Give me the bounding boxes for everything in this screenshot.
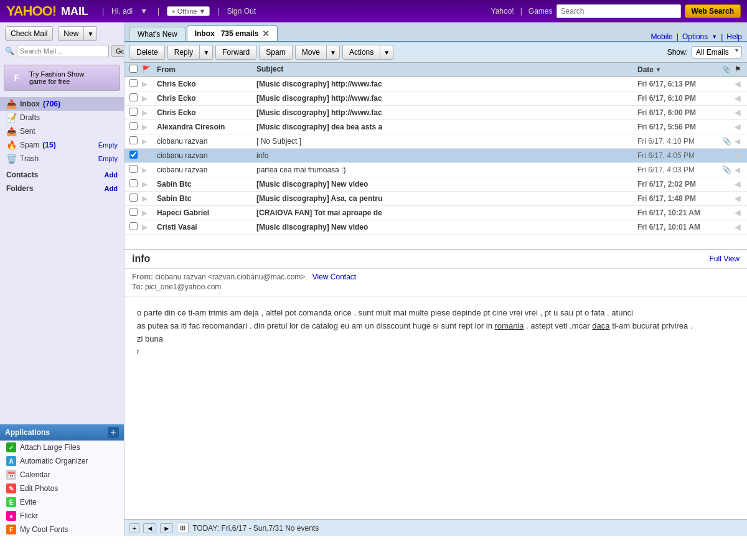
- delete-button[interactable]: Delete: [129, 45, 165, 60]
- email-row[interactable]: ▶ Chris Ecko [Music discography] http://…: [125, 106, 747, 120]
- col-from-header[interactable]: From: [154, 65, 254, 75]
- email-row[interactable]: ▶ Chris Ecko [Music discography] http://…: [125, 77, 747, 91]
- email-checkbox-1[interactable]: [125, 93, 142, 103]
- mobile-link[interactable]: Mobile: [651, 32, 672, 41]
- tab-whats-new-label: What's New: [138, 30, 177, 39]
- folder-item-inbox[interactable]: 📥 Inbox (706): [0, 97, 124, 111]
- tab-inbox[interactable]: Inbox 735 emails ✕: [187, 26, 278, 41]
- row-checkbox-4[interactable]: [129, 136, 138, 144]
- row-checkbox-6[interactable]: [129, 165, 138, 173]
- email-row[interactable]: ▶ Hapeci Gabriel [CRAIOVA FAN] Tot mai a…: [125, 206, 747, 220]
- flag-3: ▶: [142, 123, 147, 131]
- search-input[interactable]: [557, 4, 681, 18]
- email-row[interactable]: ▶ ciobanu razvan [ No Subject ] Fri 6/17…: [125, 134, 747, 149]
- email-checkbox-0[interactable]: [125, 79, 142, 89]
- email-flag-2: ▶: [142, 108, 154, 117]
- mail-search-go-button[interactable]: Go: [111, 45, 125, 57]
- show-select[interactable]: All Emails: [692, 46, 742, 58]
- contacts-add-link[interactable]: Add: [105, 171, 118, 179]
- calendar-view-button[interactable]: ⊞: [177, 523, 189, 533]
- check-mail-button[interactable]: Check Mail: [5, 26, 53, 41]
- app-item-3[interactable]: ✎ Edit Photos: [0, 482, 124, 495]
- forward-button[interactable]: Forward: [215, 45, 256, 60]
- email-checkbox-3[interactable]: [125, 122, 142, 132]
- offline-button[interactable]: ● Offline ▼: [167, 6, 210, 16]
- email-checkbox-7[interactable]: [125, 179, 142, 189]
- new-button-arrow[interactable]: ▼: [84, 26, 97, 41]
- folder-item-sent[interactable]: 📤 Sent: [0, 124, 124, 138]
- app-item-5[interactable]: ● Flickr: [0, 509, 124, 523]
- folder-label-drafts: Drafts: [20, 113, 40, 122]
- email-checkbox-6[interactable]: [125, 165, 142, 175]
- folder-item-spam[interactable]: 🔥 Spam (15) Empty: [0, 138, 124, 152]
- folder-empty-trash[interactable]: Empty: [98, 155, 118, 162]
- calendar-add-button[interactable]: +: [129, 523, 139, 533]
- email-checkbox-8[interactable]: [125, 194, 142, 203]
- row-checkbox-3[interactable]: [129, 122, 138, 130]
- folder-item-drafts[interactable]: 📝 Drafts: [0, 111, 124, 124]
- full-view-link[interactable]: Full View: [710, 254, 740, 263]
- row-checkbox-7[interactable]: [129, 179, 138, 187]
- col-subject-header[interactable]: Subject: [254, 65, 635, 75]
- row-checkbox-1[interactable]: [129, 93, 138, 101]
- web-search-button[interactable]: Web Search: [685, 4, 741, 18]
- options-link[interactable]: Options: [682, 32, 708, 41]
- app-item-2[interactable]: 📅 Calendar: [0, 468, 124, 482]
- calendar-next-button[interactable]: ►: [160, 523, 173, 533]
- select-all-checkbox[interactable]: [129, 65, 138, 73]
- app-item-6[interactable]: F My Cool Fonts: [0, 523, 124, 536]
- row-checkbox-0[interactable]: [129, 79, 138, 87]
- email-subject-10: [Music discography] New video: [254, 223, 635, 231]
- games-link[interactable]: Games: [529, 7, 553, 16]
- folder-item-trash[interactable]: 🗑️ Trash Empty: [0, 152, 124, 166]
- signout-link[interactable]: Sign Out: [227, 7, 256, 16]
- row-checkbox-2[interactable]: [129, 108, 138, 116]
- spam-button[interactable]: Spam: [259, 45, 292, 60]
- email-row[interactable]: ▶ Sabin Btc [Music discography] Asa, ca …: [125, 192, 747, 206]
- col-date-header[interactable]: Date ▼: [635, 65, 722, 75]
- help-link[interactable]: Help: [726, 32, 742, 41]
- email-checkbox-9[interactable]: [125, 208, 142, 218]
- email-checkbox-5[interactable]: [125, 151, 142, 161]
- email-row[interactable]: ▶ Cristi Vasai [Music discography] New v…: [125, 220, 747, 235]
- email-row[interactable]: ▶ ciobanu razvan partea cea mai frumoasa…: [125, 163, 747, 177]
- folder-empty-spam[interactable]: Empty: [98, 141, 118, 149]
- email-checkbox-10[interactable]: [125, 222, 142, 232]
- reply-arrow[interactable]: ▼: [200, 45, 213, 60]
- email-row[interactable]: ▶ Sabin Btc [Music discography] New vide…: [125, 177, 747, 192]
- email-checkbox-4[interactable]: [125, 136, 142, 146]
- view-contact-link[interactable]: View Contact: [312, 273, 356, 281]
- email-action-7: ◀: [735, 180, 747, 189]
- reply-button[interactable]: Reply: [167, 45, 200, 60]
- body-link-romania[interactable]: romania: [495, 321, 524, 330]
- email-row[interactable]: ▶ Alexandra Ciresoin [Music discography]…: [125, 120, 747, 134]
- move-button[interactable]: Move: [295, 45, 327, 60]
- folders-add-link[interactable]: Add: [105, 185, 118, 192]
- mail-search-input[interactable]: [17, 45, 109, 57]
- body-link-daca[interactable]: daca: [592, 321, 609, 330]
- email-row[interactable]: ▶ Chris Ecko [Music discography] http://…: [125, 91, 747, 106]
- email-flag-5: ▶: [142, 151, 154, 160]
- tab-whats-new[interactable]: What's New: [129, 27, 186, 41]
- app-item-1[interactable]: A Automatic Organizer: [0, 454, 124, 468]
- app-item-4[interactable]: E Evite: [0, 495, 124, 509]
- row-checkbox-9[interactable]: [129, 208, 138, 216]
- email-checkbox-2[interactable]: [125, 108, 142, 118]
- move-arrow[interactable]: ▼: [327, 45, 340, 60]
- app-item-0[interactable]: ✓ Attach Large Files: [0, 441, 124, 454]
- tab-inbox-close[interactable]: ✕: [262, 29, 270, 39]
- row-checkbox-10[interactable]: [129, 222, 138, 230]
- yahoo-link[interactable]: Yahoo!: [491, 7, 514, 16]
- topbar-separator-3: |: [157, 7, 159, 16]
- actions-icon: ⚑: [735, 65, 741, 73]
- apps-add-button[interactable]: +: [108, 427, 119, 438]
- actions-button[interactable]: Actions: [342, 45, 380, 60]
- row-checkbox-8[interactable]: [129, 194, 138, 202]
- email-row[interactable]: ▶ ciobanu razvan info Fri 6/17, 4:05 PM …: [125, 149, 747, 163]
- row-checkbox-5[interactable]: [129, 151, 138, 159]
- sidebar-ad[interactable]: F Try Fashion Show game for free: [4, 65, 120, 91]
- calendar-prev-button[interactable]: ◄: [143, 523, 156, 533]
- actions-arrow[interactable]: ▼: [380, 45, 393, 60]
- new-button[interactable]: New: [58, 26, 84, 41]
- email-action-icon-9: ◀: [735, 208, 740, 217]
